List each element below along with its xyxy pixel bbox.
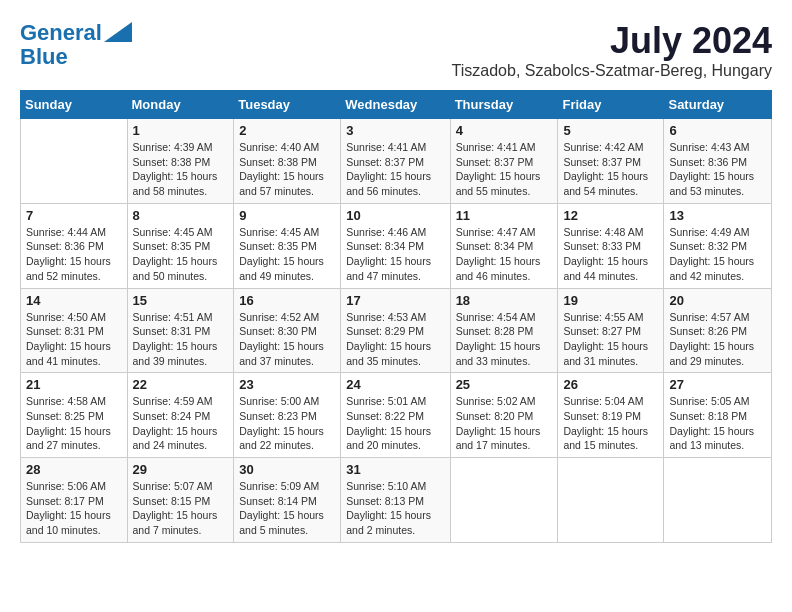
day-number: 14 bbox=[26, 293, 122, 308]
calendar-cell: 24Sunrise: 5:01 AM Sunset: 8:22 PM Dayli… bbox=[341, 373, 450, 458]
calendar-cell: 30Sunrise: 5:09 AM Sunset: 8:14 PM Dayli… bbox=[234, 458, 341, 543]
day-info: Sunrise: 4:51 AM Sunset: 8:31 PM Dayligh… bbox=[133, 310, 229, 369]
day-info: Sunrise: 4:52 AM Sunset: 8:30 PM Dayligh… bbox=[239, 310, 335, 369]
day-number: 10 bbox=[346, 208, 444, 223]
day-number: 26 bbox=[563, 377, 658, 392]
day-number: 16 bbox=[239, 293, 335, 308]
header-wednesday: Wednesday bbox=[341, 91, 450, 119]
day-number: 28 bbox=[26, 462, 122, 477]
day-info: Sunrise: 4:45 AM Sunset: 8:35 PM Dayligh… bbox=[239, 225, 335, 284]
calendar-cell: 5Sunrise: 4:42 AM Sunset: 8:37 PM Daylig… bbox=[558, 119, 664, 204]
day-number: 23 bbox=[239, 377, 335, 392]
day-info: Sunrise: 4:45 AM Sunset: 8:35 PM Dayligh… bbox=[133, 225, 229, 284]
day-number: 15 bbox=[133, 293, 229, 308]
calendar-cell: 12Sunrise: 4:48 AM Sunset: 8:33 PM Dayli… bbox=[558, 203, 664, 288]
day-info: Sunrise: 4:42 AM Sunset: 8:37 PM Dayligh… bbox=[563, 140, 658, 199]
day-info: Sunrise: 4:59 AM Sunset: 8:24 PM Dayligh… bbox=[133, 394, 229, 453]
calendar-cell: 6Sunrise: 4:43 AM Sunset: 8:36 PM Daylig… bbox=[664, 119, 772, 204]
day-info: Sunrise: 4:48 AM Sunset: 8:33 PM Dayligh… bbox=[563, 225, 658, 284]
day-info: Sunrise: 4:44 AM Sunset: 8:36 PM Dayligh… bbox=[26, 225, 122, 284]
day-number: 22 bbox=[133, 377, 229, 392]
calendar-week-row: 7Sunrise: 4:44 AM Sunset: 8:36 PM Daylig… bbox=[21, 203, 772, 288]
calendar-cell: 25Sunrise: 5:02 AM Sunset: 8:20 PM Dayli… bbox=[450, 373, 558, 458]
day-number: 12 bbox=[563, 208, 658, 223]
calendar-cell: 21Sunrise: 4:58 AM Sunset: 8:25 PM Dayli… bbox=[21, 373, 128, 458]
day-number: 8 bbox=[133, 208, 229, 223]
calendar-week-row: 21Sunrise: 4:58 AM Sunset: 8:25 PM Dayli… bbox=[21, 373, 772, 458]
header-monday: Monday bbox=[127, 91, 234, 119]
day-number: 2 bbox=[239, 123, 335, 138]
day-number: 3 bbox=[346, 123, 444, 138]
calendar-week-row: 14Sunrise: 4:50 AM Sunset: 8:31 PM Dayli… bbox=[21, 288, 772, 373]
calendar-cell: 23Sunrise: 5:00 AM Sunset: 8:23 PM Dayli… bbox=[234, 373, 341, 458]
day-number: 21 bbox=[26, 377, 122, 392]
day-info: Sunrise: 5:02 AM Sunset: 8:20 PM Dayligh… bbox=[456, 394, 553, 453]
day-info: Sunrise: 4:39 AM Sunset: 8:38 PM Dayligh… bbox=[133, 140, 229, 199]
day-info: Sunrise: 4:46 AM Sunset: 8:34 PM Dayligh… bbox=[346, 225, 444, 284]
calendar-cell: 10Sunrise: 4:46 AM Sunset: 8:34 PM Dayli… bbox=[341, 203, 450, 288]
header-thursday: Thursday bbox=[450, 91, 558, 119]
day-info: Sunrise: 5:10 AM Sunset: 8:13 PM Dayligh… bbox=[346, 479, 444, 538]
day-number: 17 bbox=[346, 293, 444, 308]
day-number: 19 bbox=[563, 293, 658, 308]
day-number: 27 bbox=[669, 377, 766, 392]
day-info: Sunrise: 4:58 AM Sunset: 8:25 PM Dayligh… bbox=[26, 394, 122, 453]
calendar-cell: 11Sunrise: 4:47 AM Sunset: 8:34 PM Dayli… bbox=[450, 203, 558, 288]
calendar-cell: 18Sunrise: 4:54 AM Sunset: 8:28 PM Dayli… bbox=[450, 288, 558, 373]
header-saturday: Saturday bbox=[664, 91, 772, 119]
logo-text: General bbox=[20, 20, 102, 46]
logo-arrow-icon bbox=[104, 22, 132, 42]
calendar-cell bbox=[664, 458, 772, 543]
calendar-cell: 14Sunrise: 4:50 AM Sunset: 8:31 PM Dayli… bbox=[21, 288, 128, 373]
day-number: 25 bbox=[456, 377, 553, 392]
calendar-table: SundayMondayTuesdayWednesdayThursdayFrid… bbox=[20, 90, 772, 543]
day-number: 5 bbox=[563, 123, 658, 138]
calendar-cell: 22Sunrise: 4:59 AM Sunset: 8:24 PM Dayli… bbox=[127, 373, 234, 458]
day-info: Sunrise: 4:43 AM Sunset: 8:36 PM Dayligh… bbox=[669, 140, 766, 199]
calendar-cell: 1Sunrise: 4:39 AM Sunset: 8:38 PM Daylig… bbox=[127, 119, 234, 204]
calendar-cell bbox=[21, 119, 128, 204]
day-number: 13 bbox=[669, 208, 766, 223]
calendar-cell: 26Sunrise: 5:04 AM Sunset: 8:19 PM Dayli… bbox=[558, 373, 664, 458]
day-number: 29 bbox=[133, 462, 229, 477]
day-info: Sunrise: 4:54 AM Sunset: 8:28 PM Dayligh… bbox=[456, 310, 553, 369]
day-info: Sunrise: 4:41 AM Sunset: 8:37 PM Dayligh… bbox=[456, 140, 553, 199]
calendar-cell: 9Sunrise: 4:45 AM Sunset: 8:35 PM Daylig… bbox=[234, 203, 341, 288]
month-year-title: July 2024 bbox=[452, 20, 772, 62]
day-number: 9 bbox=[239, 208, 335, 223]
day-info: Sunrise: 4:41 AM Sunset: 8:37 PM Dayligh… bbox=[346, 140, 444, 199]
day-info: Sunrise: 4:40 AM Sunset: 8:38 PM Dayligh… bbox=[239, 140, 335, 199]
calendar-cell bbox=[450, 458, 558, 543]
calendar-cell: 28Sunrise: 5:06 AM Sunset: 8:17 PM Dayli… bbox=[21, 458, 128, 543]
calendar-cell: 8Sunrise: 4:45 AM Sunset: 8:35 PM Daylig… bbox=[127, 203, 234, 288]
calendar-cell: 19Sunrise: 4:55 AM Sunset: 8:27 PM Dayli… bbox=[558, 288, 664, 373]
day-info: Sunrise: 5:05 AM Sunset: 8:18 PM Dayligh… bbox=[669, 394, 766, 453]
header-tuesday: Tuesday bbox=[234, 91, 341, 119]
svg-marker-0 bbox=[104, 22, 132, 42]
calendar-week-row: 1Sunrise: 4:39 AM Sunset: 8:38 PM Daylig… bbox=[21, 119, 772, 204]
day-number: 6 bbox=[669, 123, 766, 138]
day-info: Sunrise: 5:09 AM Sunset: 8:14 PM Dayligh… bbox=[239, 479, 335, 538]
day-info: Sunrise: 5:01 AM Sunset: 8:22 PM Dayligh… bbox=[346, 394, 444, 453]
calendar-cell: 3Sunrise: 4:41 AM Sunset: 8:37 PM Daylig… bbox=[341, 119, 450, 204]
day-info: Sunrise: 4:55 AM Sunset: 8:27 PM Dayligh… bbox=[563, 310, 658, 369]
location-subtitle: Tiszadob, Szabolcs-Szatmar-Bereg, Hungar… bbox=[452, 62, 772, 80]
header-sunday: Sunday bbox=[21, 91, 128, 119]
logo-blue-text: Blue bbox=[20, 44, 68, 70]
day-number: 18 bbox=[456, 293, 553, 308]
calendar-cell: 16Sunrise: 4:52 AM Sunset: 8:30 PM Dayli… bbox=[234, 288, 341, 373]
calendar-cell bbox=[558, 458, 664, 543]
day-number: 1 bbox=[133, 123, 229, 138]
page-header: General Blue July 2024 Tiszadob, Szabolc… bbox=[20, 20, 772, 80]
calendar-cell: 29Sunrise: 5:07 AM Sunset: 8:15 PM Dayli… bbox=[127, 458, 234, 543]
day-info: Sunrise: 4:53 AM Sunset: 8:29 PM Dayligh… bbox=[346, 310, 444, 369]
day-info: Sunrise: 4:47 AM Sunset: 8:34 PM Dayligh… bbox=[456, 225, 553, 284]
day-number: 31 bbox=[346, 462, 444, 477]
calendar-cell: 17Sunrise: 4:53 AM Sunset: 8:29 PM Dayli… bbox=[341, 288, 450, 373]
day-info: Sunrise: 4:57 AM Sunset: 8:26 PM Dayligh… bbox=[669, 310, 766, 369]
day-info: Sunrise: 4:50 AM Sunset: 8:31 PM Dayligh… bbox=[26, 310, 122, 369]
calendar-week-row: 28Sunrise: 5:06 AM Sunset: 8:17 PM Dayli… bbox=[21, 458, 772, 543]
calendar-header-row: SundayMondayTuesdayWednesdayThursdayFrid… bbox=[21, 91, 772, 119]
day-info: Sunrise: 4:49 AM Sunset: 8:32 PM Dayligh… bbox=[669, 225, 766, 284]
logo: General Blue bbox=[20, 20, 132, 70]
